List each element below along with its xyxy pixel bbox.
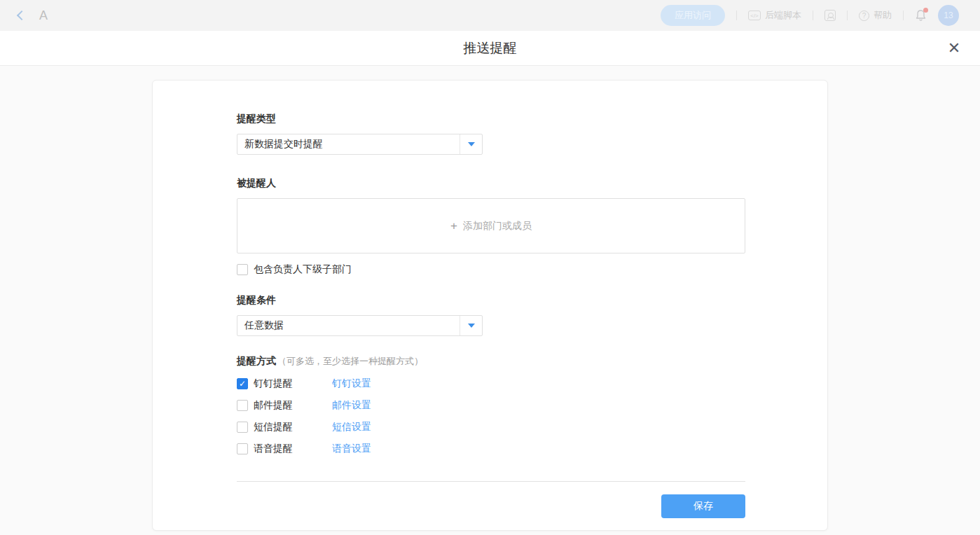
select-caret-box[interactable] <box>460 134 482 154</box>
footer-row: 保存 <box>237 494 745 518</box>
plus-icon: + <box>450 220 457 232</box>
voice-label: 语音提醒 <box>254 443 293 455</box>
method-checkbox-group[interactable]: 语音提醒 <box>237 443 332 455</box>
chevron-down-icon <box>468 142 475 146</box>
voice-settings-link[interactable]: 语音设置 <box>332 443 371 455</box>
question-circle-icon: ? <box>859 11 869 21</box>
email-settings-link[interactable]: 邮件设置 <box>332 399 371 412</box>
back-chevron-icon[interactable] <box>17 11 27 20</box>
help-label: 帮助 <box>874 9 892 22</box>
method-row-sms: 短信提醒 短信设置 <box>237 422 743 433</box>
divider <box>847 11 848 20</box>
methods-hint: （可多选，至少选择一种提醒方式） <box>277 356 423 366</box>
save-button[interactable]: 保存 <box>661 494 745 518</box>
dingtalk-label: 钉钉提醒 <box>254 377 293 390</box>
divider <box>736 11 737 20</box>
select-caret-box[interactable] <box>460 316 482 335</box>
close-icon[interactable]: ✕ <box>945 39 963 57</box>
voice-checkbox[interactable] <box>237 443 248 454</box>
contacts-icon[interactable] <box>824 10 836 21</box>
help-button[interactable]: ? 帮助 <box>859 9 892 22</box>
email-label: 邮件提醒 <box>254 399 293 412</box>
modal-header: 推送提醒 ✕ <box>0 31 980 66</box>
method-checkbox-group[interactable]: 邮件提醒 <box>237 399 332 412</box>
include-sub-checkbox[interactable] <box>237 264 248 275</box>
methods-label: 提醒方式 <box>237 355 276 366</box>
settings-card: 提醒类型 新数据提交时提醒 被提醒人 + 添加部门或成员 包含负责人下级子部门 … <box>152 80 828 531</box>
recipients-label: 被提醒人 <box>237 177 743 190</box>
condition-value: 任意数据 <box>237 316 460 335</box>
add-recipients-button[interactable]: + 添加部门或成员 <box>237 198 745 253</box>
footer-divider <box>237 481 745 482</box>
notification-bell-icon[interactable] <box>915 9 927 22</box>
methods-label-row: 提醒方式（可多选，至少选择一种提醒方式） <box>237 354 743 368</box>
method-row-dingtalk: 钉钉提醒 钉钉设置 <box>237 378 743 389</box>
reminder-type-value: 新数据提交时提醒 <box>237 134 460 154</box>
method-row-voice: 语音提醒 语音设置 <box>237 443 743 454</box>
backend-script-label: 后端脚本 <box>765 9 801 22</box>
app-access-button[interactable]: 应用访问 <box>661 5 725 26</box>
condition-label: 提醒条件 <box>237 294 743 307</box>
sms-label: 短信提醒 <box>254 421 293 433</box>
reminder-type-label: 提醒类型 <box>237 113 743 125</box>
condition-select[interactable]: 任意数据 <box>237 315 483 336</box>
add-recipients-placeholder: 添加部门或成员 <box>463 220 532 232</box>
method-row-email: 邮件提醒 邮件设置 <box>237 400 743 411</box>
include-sub-checkbox-row[interactable]: 包含负责人下级子部门 <box>237 263 743 276</box>
backend-script-button[interactable]: </> 后端脚本 <box>748 9 801 22</box>
topbar: A 应用访问 </> 后端脚本 ? 帮助 13 <box>0 0 980 31</box>
divider <box>903 11 904 20</box>
sms-checkbox[interactable] <box>237 422 248 433</box>
dingtalk-settings-link[interactable]: 钉钉设置 <box>332 377 371 390</box>
page-title: 推送提醒 <box>464 39 517 57</box>
app-title: A <box>39 8 48 23</box>
avatar[interactable]: 13 <box>938 5 959 26</box>
dingtalk-checkbox[interactable] <box>237 378 248 389</box>
modal-body: 提醒类型 新数据提交时提醒 被提醒人 + 添加部门或成员 包含负责人下级子部门 … <box>0 66 980 534</box>
chevron-down-icon <box>468 324 475 328</box>
reminder-type-select[interactable]: 新数据提交时提醒 <box>237 134 483 155</box>
include-sub-label: 包含负责人下级子部门 <box>254 263 352 276</box>
code-icon: </> <box>748 11 761 20</box>
email-checkbox[interactable] <box>237 400 248 411</box>
method-checkbox-group[interactable]: 短信提醒 <box>237 421 332 433</box>
divider <box>813 11 813 20</box>
method-checkbox-group[interactable]: 钉钉提醒 <box>237 377 332 390</box>
sms-settings-link[interactable]: 短信设置 <box>332 421 371 433</box>
notification-dot <box>923 8 928 13</box>
